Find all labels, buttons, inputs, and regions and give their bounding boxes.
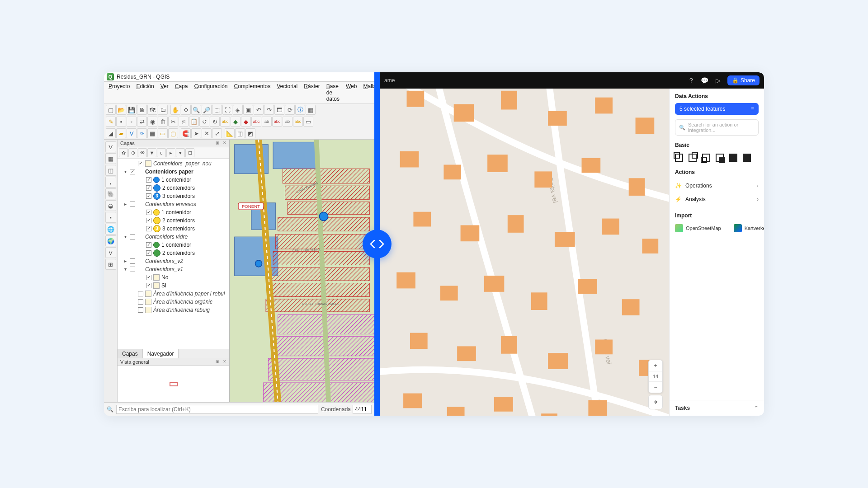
menu-raster[interactable]: Ráster — [301, 82, 322, 103]
menu-configuracion[interactable]: Configuración — [191, 82, 230, 103]
zoom-selection-icon[interactable]: ◈ — [233, 105, 243, 115]
new-map-icon[interactable]: 🗔 — [274, 105, 284, 115]
locator-input[interactable] — [116, 405, 318, 414]
cut-icon[interactable]: ✂ — [168, 117, 178, 127]
save-project-icon[interactable]: 💾 — [127, 105, 137, 115]
layer-node[interactable]: Àrea d'influència paper i rebui — [118, 290, 229, 298]
solid-icon[interactable] — [743, 154, 751, 162]
layer-node[interactable]: Si — [118, 282, 229, 290]
move-feature-icon[interactable]: ⇄ — [137, 117, 147, 127]
identify-icon[interactable]: ⓘ — [295, 105, 305, 115]
import-osm[interactable]: OpenStreetMap — [675, 224, 721, 232]
collapse-icon[interactable]: ▾ — [176, 148, 185, 157]
zoom-out-button[interactable]: − — [649, 382, 662, 393]
present-icon[interactable]: ▷ — [714, 76, 723, 85]
share-button[interactable]: 🔒 Share — [727, 75, 760, 85]
save-edits-icon[interactable]: ▪ — [116, 117, 126, 127]
table-icon[interactable]: ▦ — [306, 105, 316, 115]
add-mssql-icon[interactable]: ▪ — [105, 212, 116, 223]
menu-bar[interactable]: Proyecto Edición Ver Capa Configuración … — [104, 82, 374, 104]
layer-node[interactable]: ▾Contenidors_v1 — [118, 265, 229, 273]
add-xyz-icon[interactable]: ⊞ — [105, 259, 116, 270]
menu-complementos[interactable]: Complementos — [231, 82, 274, 103]
menu-ver[interactable]: Ver — [158, 82, 171, 103]
right-map-canvas[interactable]: Egita vei Egita vei — [380, 89, 669, 416]
layout-icon[interactable]: 🗺 — [147, 105, 157, 115]
zoom-out-icon[interactable]: 🔎 — [202, 105, 212, 115]
layer-node[interactable]: 33 contenidors — [118, 192, 229, 200]
zoom-layer-icon[interactable]: ▣ — [243, 105, 253, 115]
layer-node[interactable]: 1 contenidor — [118, 176, 229, 184]
layer-node[interactable]: ▾Contenidors vidre — [118, 233, 229, 241]
layer-node[interactable]: Àrea d'influència orgànic — [118, 298, 229, 306]
layer-tree[interactable]: Contenidors_paper_nou▾Contenidors paper1… — [118, 159, 229, 349]
fill-icon[interactable] — [729, 154, 737, 162]
remove-layer-icon[interactable]: ⊟ — [185, 148, 194, 157]
select-icon[interactable]: ▭ — [158, 128, 168, 138]
add-spatialite-icon[interactable]: ◒ — [105, 200, 116, 211]
compare-handle-icon[interactable] — [363, 230, 392, 258]
zoom-in-button[interactable]: + — [649, 360, 662, 371]
select2-icon[interactable]: ▢ — [168, 128, 178, 138]
digitize-icon[interactable]: ◢ — [106, 128, 116, 138]
cross-icon[interactable]: ✕ — [202, 128, 212, 138]
measure2-icon[interactable]: ◫ — [235, 128, 245, 138]
compare-divider[interactable] — [374, 72, 380, 416]
menu-capa[interactable]: Capa — [172, 82, 191, 103]
layer-node[interactable]: 2 contenidors — [118, 249, 229, 257]
layer-node[interactable]: 2 contenidors — [118, 216, 229, 225]
label-tool4-icon[interactable]: ab — [262, 117, 272, 127]
copy-icon[interactable]: ⎘ — [179, 117, 189, 127]
layer-node[interactable]: ▸Contenidors envasos — [118, 200, 229, 208]
arrow-icon[interactable]: ➤ — [191, 128, 201, 138]
label-tool1-icon[interactable]: ◆ — [231, 117, 241, 127]
layout-manager-icon[interactable]: 🗂 — [158, 105, 168, 115]
add-postgis-icon[interactable]: 🐘 — [105, 188, 116, 199]
add-vector-icon[interactable]: V — [105, 141, 116, 152]
operations-item[interactable]: ✨ Operations › — [675, 179, 759, 192]
comment-icon[interactable]: 💬 — [700, 76, 709, 85]
undo-icon[interactable]: ↺ — [199, 117, 209, 127]
tab-navegador[interactable]: Navegador — [143, 349, 179, 358]
split-icon[interactable]: ⤢ — [212, 128, 222, 138]
filter-icon[interactable]: ▼ — [147, 148, 156, 157]
label-tool3-icon[interactable]: abc — [251, 117, 261, 127]
add-group-icon[interactable]: ⊕ — [128, 148, 137, 157]
help-icon[interactable]: ? — [687, 76, 696, 85]
add-wms-icon[interactable]: 🌐 — [105, 224, 116, 235]
layer-node[interactable]: Contenidors_paper_nou — [118, 160, 229, 168]
open-project-icon[interactable]: 📂 — [116, 105, 126, 115]
label-tool8-icon[interactable]: ▭ — [303, 117, 313, 127]
visibility-icon[interactable]: 👁 — [138, 148, 147, 157]
subtract-icon[interactable] — [702, 154, 710, 162]
zoom-next-icon[interactable]: ↷ — [264, 105, 274, 115]
layer-node[interactable]: ▸Contenidors_v2 — [118, 257, 229, 265]
menu-vectorial[interactable]: Vectorial — [274, 82, 300, 103]
pan-icon[interactable]: ✋ — [170, 105, 180, 115]
tasks-panel[interactable]: Tasks ⌃ — [670, 400, 764, 416]
intersect-icon[interactable] — [689, 154, 697, 162]
add-mesh-icon[interactable]: ◫ — [105, 165, 116, 176]
menu-basededatos[interactable]: Base de datos — [324, 82, 342, 103]
new-project-icon[interactable]: ▢ — [106, 105, 116, 115]
layer-node[interactable]: 2 contenidors — [118, 184, 229, 192]
measure-icon[interactable]: 📐 — [225, 128, 235, 138]
analysis-item[interactable]: ⚡ Analysis › — [675, 192, 759, 206]
vector-icon[interactable]: V — [127, 128, 137, 138]
expression-icon[interactable]: ε — [157, 148, 166, 157]
edit-pencil-icon[interactable]: ✎ — [106, 117, 116, 127]
pan-selection-icon[interactable]: ✥ — [181, 105, 191, 115]
delete-icon[interactable]: 🗑 — [158, 117, 168, 127]
style-icon[interactable]: ✿ — [119, 148, 128, 157]
layer-node[interactable]: Àrea d'influència rebuig — [118, 306, 229, 314]
menu-web[interactable]: Web — [343, 82, 359, 103]
grid-icon[interactable]: ▦ — [147, 128, 157, 138]
union-icon[interactable] — [675, 154, 683, 162]
layer-node[interactable]: 1 contenidor — [118, 208, 229, 216]
zoom-full-icon[interactable]: ⛶ — [222, 105, 232, 115]
add-wfs-icon[interactable]: V — [105, 247, 116, 258]
shape-icon[interactable]: ▰ — [116, 128, 126, 138]
label-tool7-icon[interactable]: abc — [293, 117, 303, 127]
label-tool5-icon[interactable]: abc — [272, 117, 282, 127]
zoom-in-icon[interactable]: 🔍 — [191, 105, 201, 115]
